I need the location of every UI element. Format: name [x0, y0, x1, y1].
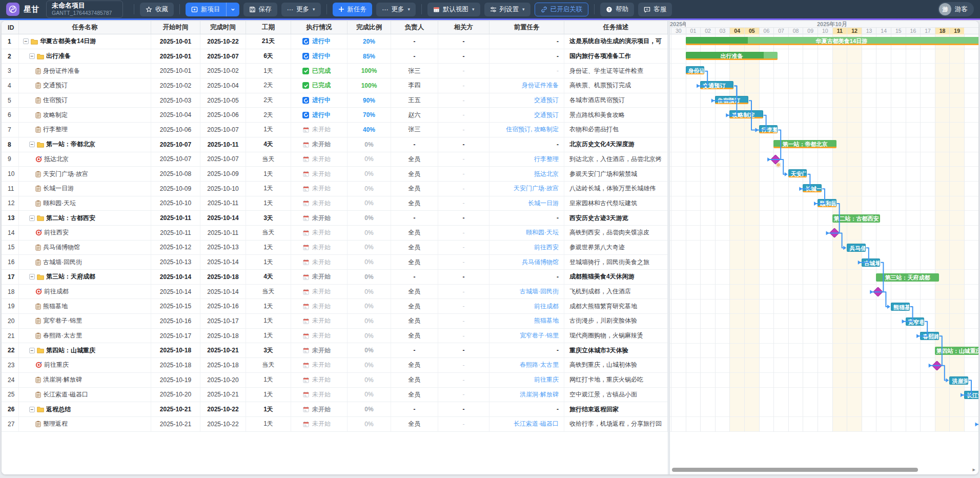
table-row[interactable]: 21春熙路·太古里2025-10-172025-10-181天未开始0%全员-宽… [2, 329, 668, 344]
task-bar[interactable]: 行李整理 [759, 125, 778, 133]
favorite-button[interactable]: 收藏 [140, 3, 174, 16]
summary-bar[interactable]: 第四站：山城重庆 [935, 347, 978, 355]
task-bar[interactable]: 洪崖洞·解放碑 [949, 376, 968, 385]
table-row[interactable]: 27整理返程2025-10-212025-10-221天未开始0%全员-长江索道… [2, 417, 668, 432]
task-bar[interactable]: 长江索道·磁器口 [964, 391, 978, 399]
predecessor-link[interactable]: 行李整理 [534, 155, 559, 164]
table-row[interactable]: 22−第四站：山城重庆2025-10-182025-10-213天未开始0%--… [2, 343, 668, 358]
summary-bar[interactable]: 华夏古都美食14日游 [686, 37, 978, 45]
predecessor-link[interactable]: 交通预订 [534, 96, 559, 105]
collapse-toggle[interactable]: − [29, 215, 35, 221]
table-row[interactable]: 1−华夏古都美食14日游2025-10-012025-10-2221天进行中20… [2, 34, 668, 49]
column-settings-button[interactable]: 列设置 ▾ [484, 3, 530, 16]
table-row[interactable]: 16古城墙·回民街2025-10-132025-10-141天未开始0%全员-兵… [2, 255, 668, 270]
table-row[interactable]: 13−第二站：古都西安2025-10-112025-10-143天未开始0%--… [2, 211, 668, 226]
predecessor-link[interactable]: 身份证件准备 [522, 81, 559, 90]
more-button[interactable]: ⋯ 更多 ▾ [281, 3, 321, 16]
predecessor-link[interactable]: 长江索道·磁器口 [514, 420, 559, 428]
table-row[interactable]: 19熊猫基地2025-10-152025-10-161天未开始0%全员-前往成都… [2, 299, 668, 314]
summary-bar[interactable]: 第一站：帝都北京 [773, 140, 836, 148]
task-bar[interactable]: 住宿预订 [715, 96, 748, 104]
task-bar[interactable]: 兵马俑博物馆 [847, 244, 866, 252]
table-row[interactable]: 12颐和园·天坛2025-10-102025-10-111天未开始0%全员-长城… [2, 196, 668, 211]
collapse-toggle[interactable]: − [29, 348, 35, 353]
predecessor-link[interactable]: 春熙路·太古里 [520, 361, 559, 369]
table-row[interactable]: 17−第三站：天府成都2025-10-142025-10-184天未开始0%--… [2, 270, 668, 285]
task-bar[interactable]: 宽窄巷子·锦里 [906, 317, 925, 326]
status-label: 已完成 [312, 81, 331, 90]
task-id: 18 [2, 285, 19, 299]
support-button[interactable]: 客服 [638, 3, 672, 16]
table-row[interactable]: 14前往西安2025-10-112025-10-11当天未开始0%全员-颐和园·… [2, 226, 668, 241]
predecessor-link[interactable]: 颐和园·天坛 [526, 228, 559, 237]
task-bar[interactable]: 交通预订 [700, 81, 733, 89]
table-row[interactable]: 2−出行准备2025-10-012025-10-076天进行中85%---国内旅… [2, 49, 668, 64]
collapse-toggle[interactable]: − [29, 274, 35, 280]
table-row[interactable]: 24洪崖洞·解放碑2025-10-192025-10-201天未开始0%全员-前… [2, 373, 668, 388]
predecessor-link[interactable]: 前往成都 [534, 302, 559, 311]
new-project-button[interactable]: 新项目 [186, 3, 226, 16]
save-button[interactable]: 保存 [243, 3, 277, 16]
duration: 1天 [246, 314, 291, 328]
scrollbar-thumb[interactable] [672, 468, 918, 472]
task-bar[interactable]: 春熙路·太古里 [920, 332, 939, 340]
project-name-box[interactable]: 未命名项目 GANTT_1764437485787 [46, 1, 123, 18]
task-bar[interactable]: 熊猫基地 [891, 303, 910, 311]
table-row[interactable]: 18前往成都2025-10-142025-10-14当天未开始0%全员-古城墙·… [2, 285, 668, 300]
collapse-toggle[interactable]: − [29, 53, 35, 59]
collapse-toggle[interactable]: − [29, 142, 35, 147]
collapse-toggle[interactable]: − [29, 407, 35, 412]
task-bar[interactable]: 天安门广场·故宫 [788, 169, 807, 177]
predecessor-link[interactable]: 熊猫基地 [534, 316, 559, 325]
predecessor-link[interactable]: 前往西安 [534, 243, 559, 252]
predecessor-link[interactable]: 长城一日游 [528, 199, 559, 208]
start-date: 2025-10-14 [151, 270, 200, 284]
start-date: 2025-10-06 [151, 123, 200, 137]
table-row[interactable]: 5住宿预订2025-10-032025-10-052天进行中90%王五-交通预订… [2, 93, 668, 108]
task-clipboard-icon [35, 200, 41, 207]
task-bar[interactable]: 古城墙·回民街 [862, 258, 881, 267]
table-row[interactable]: 7行李整理2025-10-062025-10-071天未开始40%张三-住宿预订… [2, 123, 668, 137]
link-toggle-button[interactable]: 已开启关联 [535, 3, 589, 16]
predecessor-link[interactable]: 住宿预订, 攻略制定 [506, 125, 559, 134]
table-row[interactable]: 6攻略制定2025-10-042025-10-062天进行中70%赵六-交通预订… [2, 108, 668, 123]
table-row[interactable]: 25长江索道·磁器口2025-10-202025-10-211天未开始0%全员-… [2, 388, 668, 403]
predecessor-link[interactable]: 天安门广场·故宫 [514, 184, 559, 193]
new-task-button[interactable]: 新任务 [333, 3, 373, 16]
predecessor-link[interactable]: 兵马俑博物馆 [522, 258, 559, 267]
predecessor-link[interactable]: 前往重庆 [534, 375, 559, 384]
summary-bar[interactable]: 第二站：古都西安 [832, 214, 881, 223]
user-menu[interactable]: 游 游客 [938, 2, 974, 16]
default-view-button[interactable]: 默认视图 ▾ [427, 3, 480, 16]
table-row[interactable]: 15兵马俑博物馆2025-10-122025-10-131天未开始0%全员-前往… [2, 241, 668, 255]
help-button[interactable]: ? 帮助 [600, 3, 634, 16]
table-row[interactable]: 3身份证件准备2025-10-012025-10-021天已完成100%张三--… [2, 64, 668, 78]
collapse-toggle[interactable]: − [23, 38, 29, 44]
table-row[interactable]: 9抵达北京2025-10-072025-10-07当天未开始0%全员-行李整理到… [2, 152, 668, 167]
task-name-cell: −第一站：帝都北京 [19, 137, 151, 152]
table-row[interactable]: 23前往重庆2025-10-182025-10-18当天未开始0%全员-春熙路·… [2, 358, 668, 373]
predecessor-link[interactable]: 抵达北京 [534, 170, 559, 178]
predecessor-link[interactable]: 宽窄巷子·锦里 [520, 331, 559, 340]
predecessor-link[interactable]: 古城墙·回民街 [520, 287, 559, 296]
task-bar[interactable]: 攻略制定 [729, 110, 763, 118]
task-bar[interactable]: 长城一日游 [803, 184, 822, 192]
predecessor-link[interactable]: 洪崖洞·解放碑 [520, 390, 559, 399]
task-name: 第四站：山城重庆 [46, 346, 95, 355]
table-row[interactable]: 11长城一日游2025-10-092025-10-101天未开始0%全员-天安门… [2, 182, 668, 196]
predecessor-link[interactable]: 交通预订 [534, 111, 559, 120]
summary-bar[interactable]: 第三站：天府成都 [876, 273, 938, 282]
task-bar[interactable]: 颐和园·天坛 [818, 199, 836, 207]
table-row[interactable]: 8−第一站：帝都北京2025-10-072025-10-114天未开始0%---… [2, 137, 668, 152]
summary-bar[interactable]: 出行准备 [686, 52, 778, 60]
task-bar[interactable]: 身份证件准备 [686, 66, 705, 74]
more-tasks-button[interactable]: ⋯ 更多 ▾ [376, 3, 416, 16]
new-project-dropdown[interactable] [226, 3, 239, 16]
owner: 全员 [391, 358, 438, 372]
table-row[interactable]: 10天安门广场·故宫2025-10-082025-10-091天未开始0%全员-… [2, 167, 668, 182]
table-row[interactable]: 26−返程总结2025-10-212025-10-221天未开始0%---旅行结… [2, 402, 668, 417]
table-row[interactable]: 20宽窄巷子·锦里2025-10-162025-10-171天未开始0%全员-熊… [2, 314, 668, 329]
table-row[interactable]: 4交通预订2025-10-022025-10-042天已完成100%李四-身份证… [2, 78, 668, 93]
scrollbar-right-arrow[interactable]: ▸ [972, 466, 975, 473]
owner: 全员 [391, 285, 438, 299]
